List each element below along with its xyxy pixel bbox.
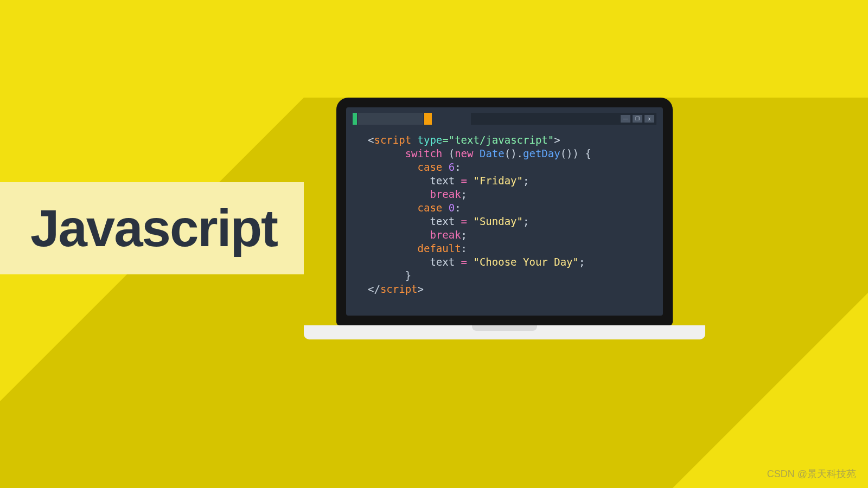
editor-tab <box>358 113 423 125</box>
page-title: Javascript <box>30 198 277 258</box>
laptop-base <box>304 325 705 339</box>
title-banner: Javascript <box>0 182 304 274</box>
window-titlebar: — ❐ x <box>471 113 656 125</box>
laptop-screen: — ❐ x <script type="text/javascript"> sw… <box>346 107 663 316</box>
code-block: <script type="text/javascript"> switch (… <box>368 133 652 309</box>
window-maximize-button: ❐ <box>633 115 642 123</box>
editor-tabbar <box>353 113 432 125</box>
watermark-text: CSDN @景天科技苑 <box>767 467 856 480</box>
laptop-lid: — ❐ x <script type="text/javascript"> sw… <box>336 98 673 325</box>
window-close-button: x <box>644 115 654 123</box>
laptop-illustration: — ❐ x <script type="text/javascript"> sw… <box>336 98 673 339</box>
window-minimize-button: — <box>621 115 630 123</box>
tab-modified-indicator <box>424 113 432 125</box>
tab-active-indicator <box>353 113 357 125</box>
